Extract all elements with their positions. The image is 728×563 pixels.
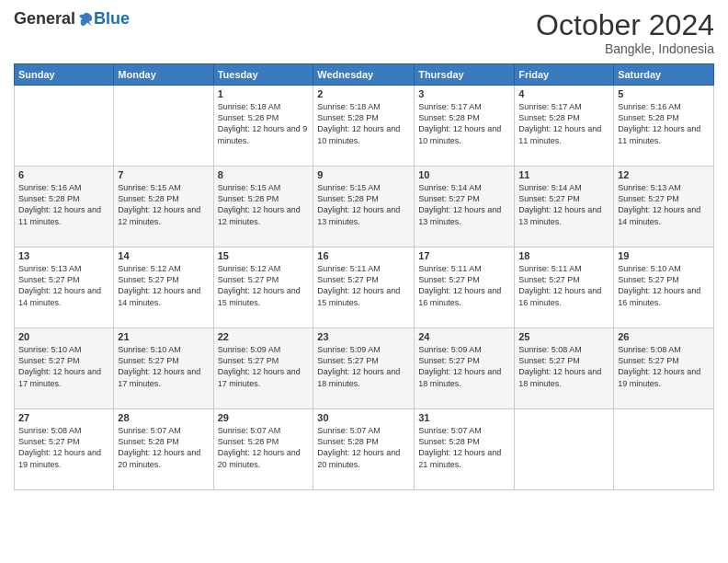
day-info: Sunrise: 5:08 AM Sunset: 5:27 PM Dayligh…	[518, 344, 609, 389]
day-number: 19	[618, 250, 710, 261]
day-info: Sunrise: 5:12 AM Sunset: 5:27 PM Dayligh…	[118, 263, 209, 308]
logo-bird-icon	[77, 11, 94, 28]
day-info: Sunrise: 5:16 AM Sunset: 5:28 PM Dayligh…	[618, 101, 710, 146]
calendar-table: Sunday Monday Tuesday Wednesday Thursday…	[14, 63, 714, 490]
day-number: 10	[418, 169, 510, 180]
day-number: 20	[18, 331, 109, 342]
day-number: 13	[18, 250, 109, 261]
day-info: Sunrise: 5:15 AM Sunset: 5:28 PM Dayligh…	[118, 182, 209, 227]
day-info: Sunrise: 5:10 AM Sunset: 5:27 PM Dayligh…	[118, 344, 209, 389]
day-number: 11	[518, 169, 609, 180]
day-number: 15	[218, 250, 310, 261]
calendar-cell: 3Sunrise: 5:17 AM Sunset: 5:28 PM Daylig…	[415, 86, 515, 167]
calendar-cell: 11Sunrise: 5:14 AM Sunset: 5:27 PM Dayli…	[515, 167, 614, 247]
header-saturday: Saturday	[614, 64, 714, 86]
day-number: 30	[317, 412, 410, 423]
day-number: 1	[218, 88, 310, 99]
calendar-cell: 22Sunrise: 5:09 AM Sunset: 5:27 PM Dayli…	[213, 328, 313, 409]
logo-text: General Blue	[14, 9, 130, 29]
calendar-cell: 31Sunrise: 5:07 AM Sunset: 5:28 PM Dayli…	[415, 409, 515, 490]
calendar-cell: 2Sunrise: 5:18 AM Sunset: 5:28 PM Daylig…	[313, 86, 415, 167]
header-wednesday: Wednesday	[313, 64, 415, 86]
day-number: 18	[518, 250, 609, 261]
calendar-cell: 14Sunrise: 5:12 AM Sunset: 5:27 PM Dayli…	[114, 247, 213, 328]
day-number: 4	[518, 88, 609, 99]
calendar-cell: 8Sunrise: 5:15 AM Sunset: 5:28 PM Daylig…	[213, 167, 313, 247]
calendar-cell: 28Sunrise: 5:07 AM Sunset: 5:28 PM Dayli…	[114, 409, 213, 490]
logo: General Blue	[14, 9, 130, 29]
header-monday: Monday	[114, 64, 213, 86]
day-info: Sunrise: 5:17 AM Sunset: 5:28 PM Dayligh…	[518, 101, 609, 146]
header-friday: Friday	[515, 64, 614, 86]
day-info: Sunrise: 5:13 AM Sunset: 5:27 PM Dayligh…	[618, 182, 710, 227]
calendar-cell: 9Sunrise: 5:15 AM Sunset: 5:28 PM Daylig…	[313, 167, 415, 247]
calendar-cell: 18Sunrise: 5:11 AM Sunset: 5:27 PM Dayli…	[515, 247, 614, 328]
calendar-cell: 5Sunrise: 5:16 AM Sunset: 5:28 PM Daylig…	[614, 86, 714, 167]
day-number: 6	[18, 169, 109, 180]
day-info: Sunrise: 5:14 AM Sunset: 5:27 PM Dayligh…	[418, 182, 510, 227]
calendar-cell: 20Sunrise: 5:10 AM Sunset: 5:27 PM Dayli…	[15, 328, 114, 409]
calendar-cell: 26Sunrise: 5:08 AM Sunset: 5:27 PM Dayli…	[614, 328, 714, 409]
calendar-cell: 12Sunrise: 5:13 AM Sunset: 5:27 PM Dayli…	[614, 167, 714, 247]
calendar-cell: 10Sunrise: 5:14 AM Sunset: 5:27 PM Dayli…	[415, 167, 515, 247]
day-info: Sunrise: 5:07 AM Sunset: 5:28 PM Dayligh…	[118, 425, 209, 470]
calendar-cell	[114, 86, 213, 167]
day-info: Sunrise: 5:08 AM Sunset: 5:27 PM Dayligh…	[18, 425, 109, 470]
day-number: 3	[418, 88, 510, 99]
day-info: Sunrise: 5:11 AM Sunset: 5:27 PM Dayligh…	[518, 263, 609, 308]
calendar-week-1: 1Sunrise: 5:18 AM Sunset: 5:28 PM Daylig…	[15, 86, 714, 167]
day-number: 2	[317, 88, 410, 99]
calendar-cell	[15, 86, 114, 167]
day-number: 9	[317, 169, 410, 180]
calendar-cell: 29Sunrise: 5:07 AM Sunset: 5:28 PM Dayli…	[213, 409, 313, 490]
day-info: Sunrise: 5:07 AM Sunset: 5:28 PM Dayligh…	[218, 425, 310, 470]
header: General Blue October 2024 Bangkle, Indon…	[14, 9, 714, 56]
day-info: Sunrise: 5:11 AM Sunset: 5:27 PM Dayligh…	[418, 263, 510, 308]
day-number: 27	[18, 412, 109, 423]
day-info: Sunrise: 5:09 AM Sunset: 5:27 PM Dayligh…	[317, 344, 410, 389]
calendar-cell: 19Sunrise: 5:10 AM Sunset: 5:27 PM Dayli…	[614, 247, 714, 328]
day-info: Sunrise: 5:07 AM Sunset: 5:28 PM Dayligh…	[317, 425, 410, 470]
page: General Blue October 2024 Bangkle, Indon…	[0, 0, 728, 563]
day-number: 8	[218, 169, 310, 180]
calendar-cell: 4Sunrise: 5:17 AM Sunset: 5:28 PM Daylig…	[515, 86, 614, 167]
calendar-week-4: 20Sunrise: 5:10 AM Sunset: 5:27 PM Dayli…	[15, 328, 714, 409]
calendar-cell: 24Sunrise: 5:09 AM Sunset: 5:27 PM Dayli…	[415, 328, 515, 409]
header-thursday: Thursday	[415, 64, 515, 86]
calendar-cell: 13Sunrise: 5:13 AM Sunset: 5:27 PM Dayli…	[15, 247, 114, 328]
logo-general: General	[14, 9, 75, 29]
day-number: 24	[418, 331, 510, 342]
day-number: 14	[118, 250, 209, 261]
calendar-cell: 25Sunrise: 5:08 AM Sunset: 5:27 PM Dayli…	[515, 328, 614, 409]
calendar-cell: 6Sunrise: 5:16 AM Sunset: 5:28 PM Daylig…	[15, 167, 114, 247]
day-number: 17	[418, 250, 510, 261]
calendar-cell: 16Sunrise: 5:11 AM Sunset: 5:27 PM Dayli…	[313, 247, 415, 328]
day-number: 29	[218, 412, 310, 423]
day-info: Sunrise: 5:17 AM Sunset: 5:28 PM Dayligh…	[418, 101, 510, 146]
calendar-cell: 23Sunrise: 5:09 AM Sunset: 5:27 PM Dayli…	[313, 328, 415, 409]
header-sunday: Sunday	[15, 64, 114, 86]
day-info: Sunrise: 5:18 AM Sunset: 5:28 PM Dayligh…	[317, 101, 410, 146]
day-info: Sunrise: 5:13 AM Sunset: 5:27 PM Dayligh…	[18, 263, 109, 308]
day-info: Sunrise: 5:12 AM Sunset: 5:27 PM Dayligh…	[218, 263, 310, 308]
calendar-cell: 21Sunrise: 5:10 AM Sunset: 5:27 PM Dayli…	[114, 328, 213, 409]
location-subtitle: Bangkle, Indonesia	[536, 41, 714, 56]
day-number: 7	[118, 169, 209, 180]
title-section: October 2024 Bangkle, Indonesia	[536, 9, 714, 56]
calendar-cell: 1Sunrise: 5:18 AM Sunset: 5:28 PM Daylig…	[213, 86, 313, 167]
day-number: 21	[118, 331, 209, 342]
day-info: Sunrise: 5:09 AM Sunset: 5:27 PM Dayligh…	[218, 344, 310, 389]
month-title: October 2024	[536, 9, 714, 41]
day-info: Sunrise: 5:09 AM Sunset: 5:27 PM Dayligh…	[418, 344, 510, 389]
day-number: 31	[418, 412, 510, 423]
day-number: 22	[218, 331, 310, 342]
calendar-week-2: 6Sunrise: 5:16 AM Sunset: 5:28 PM Daylig…	[15, 167, 714, 247]
day-number: 26	[618, 331, 710, 342]
calendar-cell: 30Sunrise: 5:07 AM Sunset: 5:28 PM Dayli…	[313, 409, 415, 490]
day-info: Sunrise: 5:16 AM Sunset: 5:28 PM Dayligh…	[18, 182, 109, 227]
calendar-cell: 15Sunrise: 5:12 AM Sunset: 5:27 PM Dayli…	[213, 247, 313, 328]
calendar-week-5: 27Sunrise: 5:08 AM Sunset: 5:27 PM Dayli…	[15, 409, 714, 490]
day-info: Sunrise: 5:15 AM Sunset: 5:28 PM Dayligh…	[317, 182, 410, 227]
calendar-cell: 7Sunrise: 5:15 AM Sunset: 5:28 PM Daylig…	[114, 167, 213, 247]
calendar-cell	[614, 409, 714, 490]
